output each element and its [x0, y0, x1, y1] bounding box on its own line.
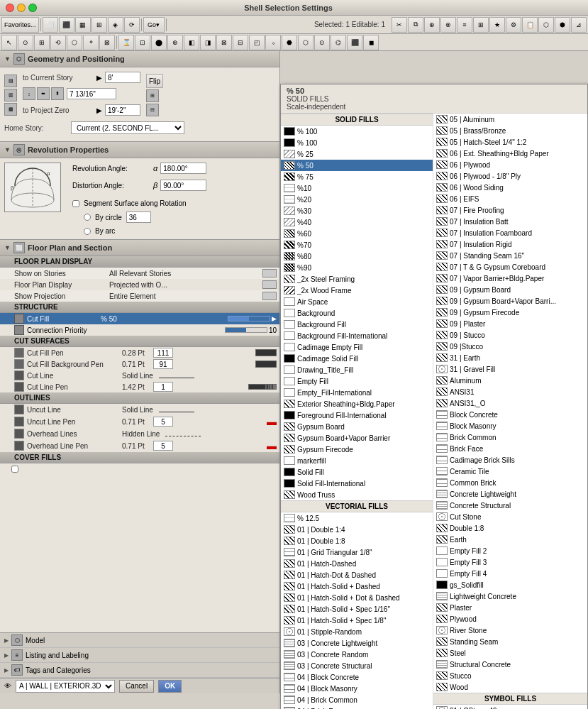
- tool2-11[interactable]: ⊕: [167, 35, 183, 50]
- dropdown-item[interactable]: Wood Truss: [281, 489, 433, 500]
- to-project-zero-input[interactable]: [105, 104, 140, 116]
- dropdown-item[interactable]: Common Brick: [433, 477, 587, 488]
- distortion-angle-input[interactable]: [160, 180, 206, 191]
- dropdown-item[interactable]: River Stone: [433, 625, 587, 636]
- dropdown-item[interactable]: 04 | Block Concrete: [281, 671, 433, 683]
- dropdown-item[interactable]: Empty Fill 4: [433, 568, 587, 579]
- dropdown-item[interactable]: Ceramic Tile: [433, 466, 587, 477]
- dropdown-item[interactable]: %60: [281, 228, 433, 239]
- dropdown-item[interactable]: 04 | Block Masonry: [281, 683, 433, 694]
- dropdown-item[interactable]: _2x Wood Frame: [281, 285, 433, 296]
- favorites-button[interactable]: Favorites...: [1, 17, 39, 33]
- dropdown-item[interactable]: markerfill: [281, 455, 433, 466]
- dropdown-item[interactable]: 06 | Wood Siding: [433, 182, 587, 193]
- go-button[interactable]: Go▾: [143, 17, 165, 33]
- dropdown-item[interactable]: Plaster: [433, 602, 587, 613]
- dropdown-item[interactable]: %80: [281, 251, 433, 262]
- flip-button[interactable]: Flip: [146, 74, 163, 88]
- dropdown-item[interactable]: 09 |Stucco: [433, 341, 587, 352]
- tool2-10[interactable]: ⬤: [151, 35, 167, 50]
- tool2-23[interactable]: ◼: [363, 35, 379, 50]
- dropdown-item[interactable]: Brick Face: [433, 443, 587, 454]
- dropdown-item[interactable]: %40: [281, 216, 433, 228]
- measurement-input[interactable]: [67, 88, 116, 99]
- dropdown-item[interactable]: %90: [281, 262, 433, 273]
- dropdown-item[interactable]: 01 | Hatch-Solid + Spec 1/16": [281, 603, 433, 615]
- to-current-story-input[interactable]: [105, 72, 140, 83]
- tool2-15[interactable]: ⊟: [233, 35, 248, 50]
- dropdown-item[interactable]: Double 1:8: [433, 522, 587, 534]
- dropdown-item[interactable]: 07 | Fire Proofing: [433, 204, 587, 216]
- dropdown-item[interactable]: Block Masonry: [433, 420, 587, 432]
- dropdown-item[interactable]: Aluminum: [433, 375, 587, 386]
- dropdown-item[interactable]: 03 | Concrete Random: [281, 649, 433, 660]
- dropdown-item[interactable]: % 100: [281, 137, 433, 148]
- dropdown-item[interactable]: Empty Fill: [281, 375, 433, 387]
- dropdown-item[interactable]: Foreground Fill-International: [281, 410, 433, 421]
- dropdown-item[interactable]: Concrete Lightweight: [433, 488, 587, 500]
- listing-section[interactable]: ▶ ≡ Listing and Labeling: [0, 648, 279, 663]
- dropdown-item[interactable]: %30: [281, 205, 433, 216]
- dropdown-item[interactable]: Background Fill-International: [281, 330, 433, 341]
- dropdown-item[interactable]: Drawing_Title_Fill: [281, 364, 433, 375]
- tool-extra-4[interactable]: ⊗: [440, 17, 456, 33]
- dropdown-item[interactable]: Empty Fill 3: [433, 556, 587, 568]
- dropdown-item[interactable]: 09 | Gypsum Board: [433, 284, 587, 295]
- tool-btn-2[interactable]: ⬛: [59, 17, 74, 33]
- dropdown-item[interactable]: 01 | Grid Triangular 1/8": [281, 546, 433, 558]
- tool-extra-2[interactable]: ⧉: [408, 17, 423, 33]
- dropdown-item[interactable]: Stucco: [433, 670, 587, 681]
- close-button[interactable]: [6, 4, 14, 12]
- tool-extra-7[interactable]: ★: [489, 17, 505, 33]
- tool2-17[interactable]: ⬦: [265, 35, 281, 50]
- dropdown-item[interactable]: Solid Fill-International: [281, 478, 433, 489]
- tool2-9[interactable]: ⊡: [135, 35, 150, 50]
- tool-extra-11[interactable]: ⬢: [555, 17, 570, 33]
- dropdown-item[interactable]: _2x Steel Framing: [281, 273, 433, 285]
- dropdown-item[interactable]: Solid Fill: [281, 466, 433, 478]
- dropdown-item[interactable]: ANSI31: [433, 386, 587, 397]
- cut-line-pen-num[interactable]: [153, 382, 173, 392]
- tool2-16[interactable]: ◰: [249, 35, 265, 50]
- geometry-header[interactable]: ▼ ⬡ Geometry and Positioning: [0, 51, 279, 67]
- dropdown-item[interactable]: Air Space: [281, 296, 433, 307]
- cut-fill-bg-pen-swatch[interactable]: [255, 361, 277, 368]
- uncut-line-pen-num[interactable]: [153, 417, 173, 427]
- dropdown-item[interactable]: % 25: [281, 148, 433, 160]
- tool2-13[interactable]: ◨: [200, 35, 216, 50]
- tool-extra-12[interactable]: ⊿: [571, 17, 587, 33]
- dropdown-item[interactable]: 31 | Gravel Fill: [433, 363, 587, 375]
- dropdown-item[interactable]: 06 | Ext. Sheathing+Bldg Paper: [433, 148, 587, 159]
- tool2-5[interactable]: ⬡: [67, 35, 82, 50]
- tags-section[interactable]: ▶ 🏷 Tags and Categories: [0, 663, 279, 678]
- dropdown-item[interactable]: 06 | Plywood: [433, 159, 587, 170]
- home-story-select[interactable]: Current (2. SECOND FL...: [71, 121, 184, 134]
- dropdown-item[interactable]: 01 | Double 1:4: [281, 524, 433, 535]
- tool2-4[interactable]: ⟲: [50, 35, 66, 50]
- dropdown-item[interactable]: Standing Seam: [433, 636, 587, 647]
- tool2-12[interactable]: ◧: [184, 35, 199, 50]
- tool-extra-9[interactable]: 📋: [522, 17, 538, 33]
- tool-extra-10[interactable]: ⬡: [538, 17, 554, 33]
- tool2-19[interactable]: ⬡: [298, 35, 314, 50]
- dropdown-item[interactable]: Gypsum Firecode: [281, 444, 433, 455]
- cut-line-pen-swatch[interactable]: [248, 384, 277, 390]
- overhead-line-pen-num[interactable]: [153, 441, 173, 451]
- cover-fills-checkbox[interactable]: [11, 466, 18, 473]
- cut-fill-row[interactable]: Cut Fill % 50 ▶: [0, 313, 279, 324]
- dropdown-item[interactable]: % 75: [281, 171, 433, 182]
- dropdown-item[interactable]: Cadimage Empty Fill: [281, 341, 433, 353]
- tool-btn-4[interactable]: ⊞: [91, 17, 107, 33]
- dropdown-item[interactable]: 09 | Gypsum Board+Vapor Barri...: [433, 295, 587, 307]
- dropdown-item[interactable]: Background Fill: [281, 319, 433, 330]
- dropdown-item[interactable]: 01 | Double 1:8: [281, 535, 433, 546]
- dropdown-item[interactable]: Cut Stone: [433, 511, 587, 522]
- minimize-button[interactable]: [17, 4, 26, 12]
- tool2-8[interactable]: ⌛: [118, 35, 134, 50]
- cut-fill-pen-swatch[interactable]: [255, 349, 277, 356]
- dropdown-item[interactable]: 07 | T & G Gypsum Coreboard: [433, 261, 587, 273]
- dropdown-item[interactable]: Background: [281, 307, 433, 319]
- dropdown-item[interactable]: Steel: [433, 647, 587, 659]
- tool2-18[interactable]: ⬣: [282, 35, 297, 50]
- tool-extra-1[interactable]: ✂: [392, 17, 407, 33]
